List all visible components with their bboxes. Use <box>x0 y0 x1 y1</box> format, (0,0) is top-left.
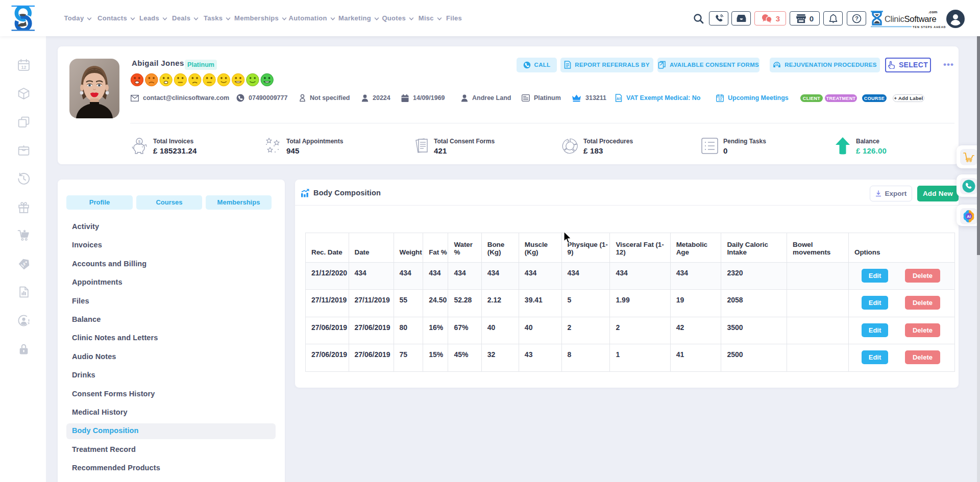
svg-text:?: ? <box>855 15 859 21</box>
svg-text:A₫: A₫ <box>617 97 621 100</box>
svg-text:$: $ <box>138 139 141 144</box>
svg-text:TEN STEPS AHEAD: TEN STEPS AHEAD <box>913 26 946 29</box>
svg-text:.com: .com <box>928 10 938 14</box>
svg-text:ClinicSoftware: ClinicSoftware <box>885 14 936 23</box>
svg-text:12: 12 <box>21 65 27 70</box>
svg-text:12: 12 <box>718 97 722 101</box>
svg-text:AI: AI <box>967 214 971 219</box>
